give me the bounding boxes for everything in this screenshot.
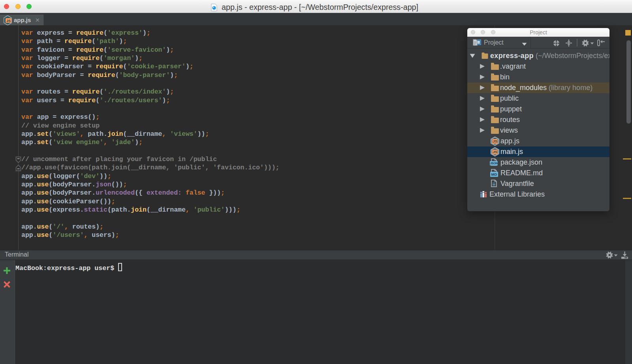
- svg-text:JS: JS: [6, 19, 11, 23]
